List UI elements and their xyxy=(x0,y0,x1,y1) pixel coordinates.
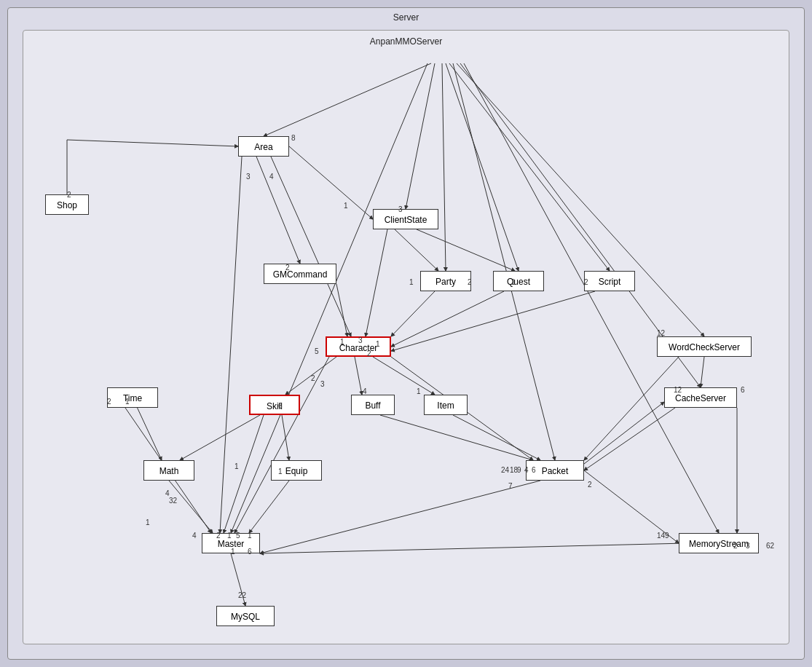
anpan-container: AnpanMMOServer xyxy=(23,30,789,644)
node-skill[interactable]: Skill xyxy=(249,395,300,415)
node-memorystream[interactable]: MemoryStream xyxy=(679,533,759,553)
nodes-layer: ShopAreaClientStateGMCommandPartyQuestSc… xyxy=(23,31,789,644)
node-time[interactable]: Time xyxy=(107,387,158,408)
server-container: Server AnpanMMOServer xyxy=(7,7,805,660)
node-item[interactable]: Item xyxy=(424,395,468,415)
node-buff[interactable]: Buff xyxy=(351,395,395,415)
node-shop[interactable]: Shop xyxy=(45,194,89,215)
node-master[interactable]: Master xyxy=(202,533,260,553)
node-area[interactable]: Area xyxy=(238,136,289,157)
node-math[interactable]: Math xyxy=(143,460,194,481)
node-mysql[interactable]: MySQL xyxy=(216,606,275,626)
server-title: Server xyxy=(393,12,419,23)
node-gmcommand[interactable]: GMCommand xyxy=(264,264,336,284)
node-clientstate[interactable]: ClientState xyxy=(373,209,438,229)
node-script[interactable]: Script xyxy=(584,271,635,291)
node-packet[interactable]: Packet xyxy=(526,460,584,481)
node-wordcheckserver[interactable]: WordCheckServer xyxy=(657,336,752,357)
node-equip[interactable]: Equip xyxy=(271,460,322,481)
node-quest[interactable]: Quest xyxy=(493,271,544,291)
node-party[interactable]: Party xyxy=(420,271,471,291)
node-character[interactable]: Character xyxy=(326,336,391,357)
node-cacheserver[interactable]: CacheServer xyxy=(664,387,737,408)
